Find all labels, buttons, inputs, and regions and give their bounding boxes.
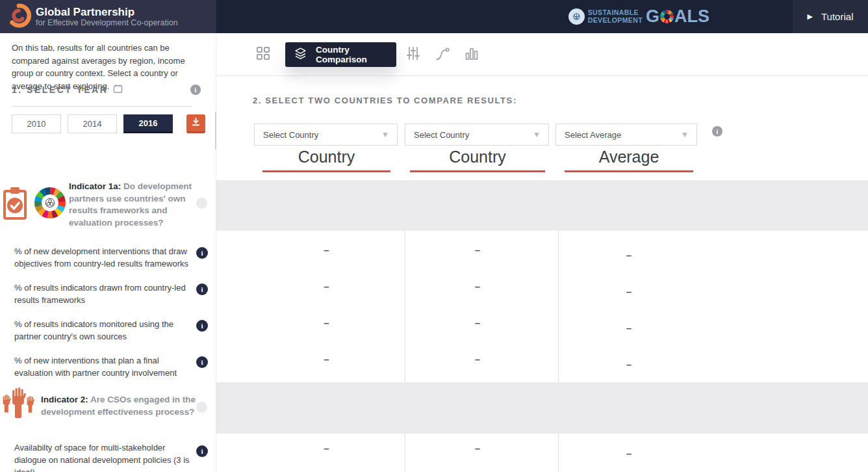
indicator-1a-question: Indicator 1a: Do development partners us… [69, 181, 207, 229]
year-button-2014[interactable]: 2014 [68, 114, 117, 133]
sdg-logo: SUSTAINABLE DEVELOPMENT G ALS [568, 0, 709, 33]
indicator-2-question: Indicator 2: Are CSOs engaged in the dev… [41, 394, 200, 418]
metric-2-1-info-icon[interactable]: i [196, 445, 208, 457]
value-cell-r3c2: – [410, 318, 545, 328]
sdg-line2: DEVELOPMENT [588, 17, 643, 24]
select-year-label: 1. SELECT YEAR [12, 84, 123, 96]
metric-1a-4-info-icon[interactable]: i [196, 356, 208, 368]
column-separator [558, 434, 559, 472]
column-header-country-2: Country [410, 148, 545, 169]
metric-2-1: Availabilty of space for multi-stakehold… [14, 441, 195, 472]
sdg-wheel-center [42, 194, 58, 211]
header-middle: SUSTAINABLE DEVELOPMENT G ALS [216, 0, 793, 33]
metric-1a-3: % of results indicators monitored using … [14, 318, 195, 343]
column-separator [405, 434, 405, 472]
year-button-2016-selected[interactable]: 2016 [123, 114, 173, 133]
brand-title: Global Partnership [36, 6, 178, 19]
select-average-dropdown[interactable]: Select Average ▼ [555, 124, 697, 146]
value-cell-r3c3: – [565, 323, 693, 334]
tutorial-label: Tutorial [821, 11, 853, 22]
raised-hands-icon [3, 387, 36, 423]
indicator-1a-toggle[interactable] [196, 198, 207, 209]
indicator-2-label: Indicator 2: [41, 395, 88, 404]
gpedc-logo-icon [6, 3, 31, 31]
brand: Global Partnership for Effective Develop… [0, 0, 216, 33]
indicator-2-toggle[interactable] [196, 402, 207, 413]
un-emblem-icon [568, 8, 585, 25]
download-icon [191, 117, 201, 129]
select-year-label-text: 1. SELECT YEAR [12, 85, 108, 95]
sidebar-scrollbar[interactable] [215, 112, 216, 150]
tab-country-comparison-label: Country Comparison [316, 45, 396, 64]
value-cell-r2c3: – [565, 287, 693, 297]
select-year-info-icon[interactable]: i [190, 85, 201, 95]
chevron-down-icon: ▼ [381, 130, 389, 139]
value-cell-r2c2: – [410, 282, 545, 292]
step2-title: 2. SELECT TWO COUNTRIES TO COMPARE RESUL… [253, 96, 517, 105]
value-cell-r1c2: – [410, 245, 545, 256]
value-cell-r2c1: – [262, 282, 390, 292]
metric-1a-2: % of results indicators drawn from count… [14, 282, 195, 306]
select-country-dropdown-2-value: Select Country [414, 130, 469, 140]
value-cell-r4c3: – [565, 360, 693, 370]
tab-overview-grid-icon[interactable] [256, 46, 270, 63]
select-country-dropdown-1[interactable]: Select Country ▼ [254, 124, 398, 146]
sdg-wheel-icon [660, 10, 674, 23]
value-cell-r4c1: – [262, 354, 390, 365]
brand-text: Global Partnership for Effective Develop… [36, 6, 178, 28]
brand-subtitle: for Effective Development Co-operation [36, 18, 178, 27]
indicator-2-band [216, 382, 868, 434]
top-header: SUSTAINABLE DEVELOPMENT G ALS Global Par… [0, 0, 868, 33]
chevron-down-icon: ▼ [681, 130, 689, 139]
value-cell-r5c3: – [565, 449, 693, 459]
download-button[interactable] [186, 114, 205, 133]
value-cell-r5c1: – [262, 443, 390, 454]
select-average-dropdown-value: Select Average [565, 130, 621, 140]
column-underline [565, 170, 693, 172]
value-cell-r5c2: – [410, 443, 545, 454]
value-cell-r1c3: – [565, 250, 693, 261]
metric-1a-4: % of new interventions that plan a final… [14, 354, 195, 379]
chevron-down-icon: ▼ [533, 130, 541, 139]
tab-country-comparison-selected[interactable]: Country Comparison [285, 42, 396, 67]
tutorial-button[interactable]: ▶ Tutorial [793, 0, 868, 33]
sdg-wheel-17-icon [34, 187, 66, 218]
sdg-goals-wordmark: G ALS [646, 7, 709, 27]
calendar-icon [113, 84, 123, 96]
column-underline [410, 170, 545, 172]
value-cell-r1c1: – [262, 245, 390, 256]
select-country-dropdown-1-value: Select Country [263, 130, 318, 140]
sdg-wordmark: SUSTAINABLE DEVELOPMENT [588, 9, 643, 23]
sdg-goals-g: G [646, 7, 659, 27]
metric-1a-2-info-icon[interactable]: i [196, 283, 208, 295]
select-country-dropdown-2[interactable]: Select Country ▼ [405, 124, 549, 146]
metric-1a-1-info-icon[interactable]: i [196, 247, 208, 259]
sdg-line1: SUSTAINABLE [588, 9, 643, 16]
column-header-average: Average [565, 148, 693, 169]
indicator-1a-label: Indicator 1a: [69, 181, 121, 191]
divider [12, 106, 192, 107]
metric-1a-1: % of new development interventions that … [14, 245, 195, 270]
column-underline [262, 170, 390, 172]
column-separator [405, 231, 405, 382]
clipboard-check-icon [3, 187, 27, 223]
tab-bar-chart-icon[interactable] [465, 46, 479, 63]
year-button-2010[interactable]: 2010 [12, 114, 61, 133]
indicator-1a-band [216, 180, 868, 231]
sidebar: On this tab, results for all countries c… [0, 33, 216, 472]
tab-filters-sliders-icon[interactable] [406, 46, 420, 63]
metric-1a-3-info-icon[interactable]: i [196, 320, 208, 332]
tab-trend-curve-icon[interactable] [435, 47, 450, 64]
play-icon: ▶ [808, 12, 813, 21]
sdg-goals-rest: ALS [674, 7, 709, 27]
layers-icon [294, 47, 307, 63]
app-root: SUSTAINABLE DEVELOPMENT G ALS Global Par… [0, 0, 868, 472]
column-separator [558, 231, 559, 382]
value-cell-r3c1: – [262, 318, 390, 328]
compare-info-icon[interactable]: i [712, 126, 722, 137]
value-cell-r4c2: – [410, 354, 545, 365]
column-header-country-1: Country [262, 148, 390, 169]
